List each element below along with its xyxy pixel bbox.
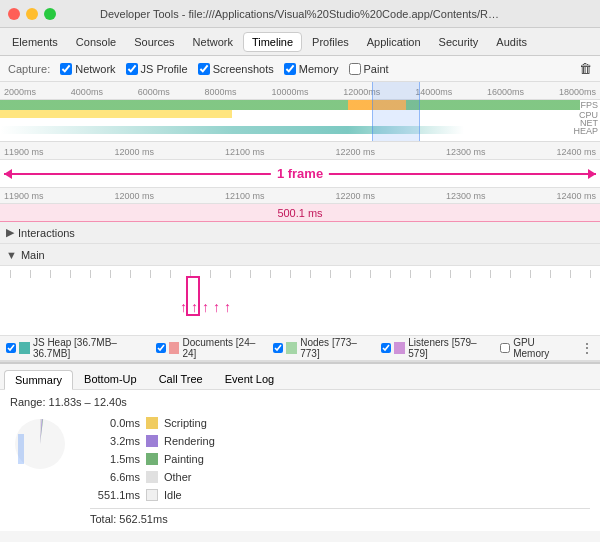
tab-call-tree[interactable]: Call Tree <box>148 369 214 389</box>
timeline-overview[interactable]: 2000ms 4000ms 6000ms 8000ms 10000ms 1200… <box>0 82 600 142</box>
summary-table: 0.0ms Scripting 3.2ms Rendering 1.5ms Pa… <box>90 414 590 525</box>
interactions-label: Interactions <box>18 227 75 239</box>
window-title: Developer Tools - file:///Applications/V… <box>100 8 500 20</box>
legend-gpu[interactable]: GPU Memory <box>500 337 568 359</box>
legend-listeners-color <box>394 342 405 354</box>
scripting-label: Scripting <box>164 417 207 429</box>
minimize-button[interactable] <box>26 8 38 20</box>
duration-bar: 500.1 ms <box>0 204 600 222</box>
tab-event-log[interactable]: Event Log <box>214 369 286 389</box>
tab-profiles[interactable]: Profiles <box>304 33 357 51</box>
tab-elements[interactable]: Elements <box>4 33 66 51</box>
main-expand-icon: ▼ <box>6 249 17 261</box>
overview-ruler: 2000ms 4000ms 6000ms 8000ms 10000ms 1200… <box>0 82 600 100</box>
tab-console[interactable]: Console <box>68 33 124 51</box>
ruler-mark-5: 10000ms <box>271 87 308 97</box>
summary-row-idle: 551.1ms Idle <box>90 486 590 504</box>
capture-memory[interactable]: Memory <box>284 63 339 75</box>
fps-label: FPS <box>580 100 598 110</box>
capture-bar: Capture: Network JS Profile Screenshots … <box>0 56 600 82</box>
legend-bar: JS Heap [36.7MB–36.7MB] Documents [24–24… <box>0 336 600 362</box>
legend-gpu-checkbox[interactable] <box>500 343 510 353</box>
tab-bottom-up[interactable]: Bottom-Up <box>73 369 148 389</box>
interactions-expand-icon: ▶ <box>6 226 14 239</box>
summary-row-painting: 1.5ms Painting <box>90 450 590 468</box>
time-mark2-5: 12300 ms <box>446 191 486 201</box>
capture-screenshots[interactable]: Screenshots <box>198 63 274 75</box>
summary-row-rendering: 3.2ms Rendering <box>90 432 590 450</box>
interactions-header[interactable]: ▶ Interactions <box>0 222 600 244</box>
tab-network[interactable]: Network <box>185 33 241 51</box>
cpu-bar <box>0 110 580 118</box>
zoomed-mark-2: 12000 ms <box>114 147 154 157</box>
idle-label: Idle <box>164 489 182 501</box>
idle-value: 551.1ms <box>90 489 140 501</box>
timeline-selection[interactable] <box>372 82 420 141</box>
paint-label: Paint <box>364 63 389 75</box>
summary-row-other: 6.6ms Other <box>90 468 590 486</box>
capture-jsprofile[interactable]: JS Profile <box>126 63 188 75</box>
pink-arrow-2: ↑ <box>191 299 198 315</box>
bottom-tabs: Summary Bottom-Up Call Tree Event Log <box>0 364 600 390</box>
legend-listeners-label: Listeners [579–579] <box>408 337 488 359</box>
ruler-mark-9: 18000ms <box>559 87 596 97</box>
memory-label: Memory <box>299 63 339 75</box>
traffic-lights <box>8 8 56 20</box>
rendering-color <box>146 435 158 447</box>
zoomed-mark-1: 11900 ms <box>4 147 44 157</box>
pie-chart-svg <box>10 414 70 474</box>
ruler-mark-1: 2000ms <box>4 87 36 97</box>
capture-label: Capture: <box>8 63 50 75</box>
main-label: Main <box>21 249 45 261</box>
tab-audits[interactable]: Audits <box>488 33 535 51</box>
summary-rows: 0.0ms Scripting 3.2ms Rendering 1.5ms Pa… <box>10 414 590 525</box>
idle-color <box>146 489 158 501</box>
jsprofile-checkbox[interactable] <box>126 63 138 75</box>
pink-arrow-1: ↑ <box>180 299 187 315</box>
pink-arrow-3: ↑ <box>202 299 209 315</box>
legend-documents[interactable]: Documents [24–24] <box>156 337 262 359</box>
tab-timeline[interactable]: Timeline <box>243 32 302 52</box>
rendering-value: 3.2ms <box>90 435 140 447</box>
tab-sources[interactable]: Sources <box>126 33 182 51</box>
capture-paint[interactable]: Paint <box>349 63 389 75</box>
legend-listeners[interactable]: Listeners [579–579] <box>381 337 488 359</box>
pink-arrows: ↑ ↑ ↑ ↑ ↑ <box>180 299 231 315</box>
legend-js-heap-checkbox[interactable] <box>6 343 16 353</box>
range-label: Range: 11.83s – 12.40s <box>10 396 590 408</box>
legend-nodes[interactable]: Nodes [773–773] <box>273 337 369 359</box>
close-button[interactable] <box>8 8 20 20</box>
other-value: 6.6ms <box>90 471 140 483</box>
network-checkbox[interactable] <box>60 63 72 75</box>
legend-nodes-checkbox[interactable] <box>273 343 283 353</box>
time-mark2-1: 11900 ms <box>4 191 44 201</box>
memory-checkbox[interactable] <box>284 63 296 75</box>
capture-network[interactable]: Network <box>60 63 115 75</box>
zoomed-mark-5: 12300 ms <box>446 147 486 157</box>
scripting-value: 0.0ms <box>90 417 140 429</box>
total-row: Total: 562.51ms <box>90 508 590 525</box>
legend-js-heap-label: JS Heap [36.7MB–36.7MB] <box>33 337 144 359</box>
main-section-header[interactable]: ▼ Main <box>0 244 600 266</box>
tab-application[interactable]: Application <box>359 33 429 51</box>
screenshots-checkbox[interactable] <box>198 63 210 75</box>
legend-listeners-checkbox[interactable] <box>381 343 391 353</box>
titlebar: Developer Tools - file:///Applications/V… <box>0 0 600 28</box>
legend-nodes-label: Nodes [773–773] <box>300 337 369 359</box>
fps-bar <box>0 100 580 110</box>
legend-more-button[interactable]: ⋮ <box>580 340 594 356</box>
frame-label: 1 frame <box>271 166 329 181</box>
legend-js-heap[interactable]: JS Heap [36.7MB–36.7MB] <box>6 337 144 359</box>
paint-checkbox[interactable] <box>349 63 361 75</box>
maximize-button[interactable] <box>44 8 56 20</box>
frame-arrow: 1 frame <box>4 173 596 175</box>
duration-value: 500.1 ms <box>277 207 322 219</box>
ruler-mark-2: 4000ms <box>71 87 103 97</box>
svg-rect-1 <box>18 434 24 464</box>
legend-documents-checkbox[interactable] <box>156 343 166 353</box>
clear-recordings-button[interactable]: 🗑 <box>579 61 592 76</box>
legend-nodes-color <box>286 342 297 354</box>
tab-security[interactable]: Security <box>431 33 487 51</box>
tab-summary[interactable]: Summary <box>4 370 73 390</box>
frame-annotation: 1 frame <box>0 160 600 188</box>
